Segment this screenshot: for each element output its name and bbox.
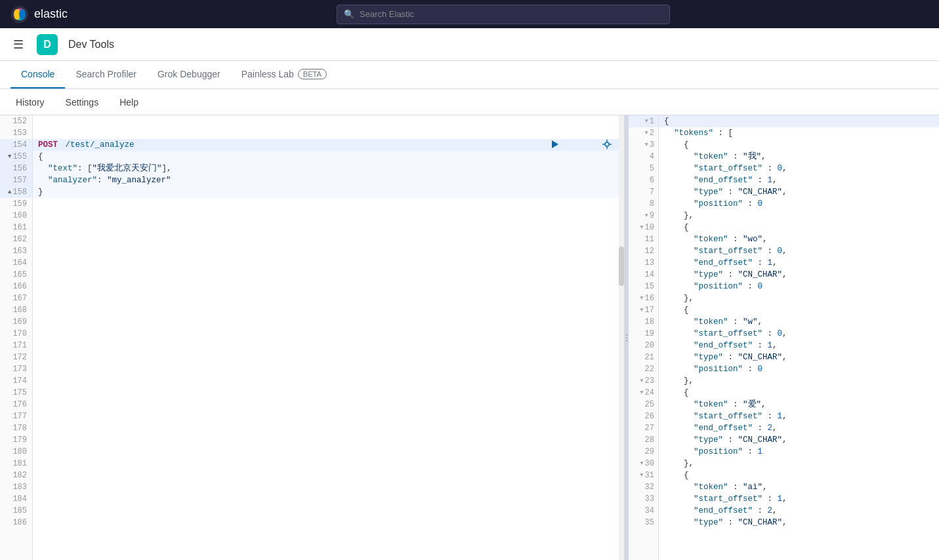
tab-search-profiler[interactable]: Search Profiler: [65, 60, 147, 89]
out-line-3: {: [659, 139, 939, 151]
history-button[interactable]: History: [10, 94, 50, 110]
out-line-5: "start_offset" : 0,: [659, 163, 939, 174]
line-num-176: 176: [0, 399, 32, 410]
code-line-175: [33, 387, 619, 399]
out-line-22: "position" : 0: [659, 363, 939, 375]
out-line-2: "tokens" : [: [659, 127, 939, 139]
out-line-8: "position" : 0: [659, 198, 939, 210]
out-line-12: "start_offset" : 0,: [659, 245, 939, 257]
out-line-num-10: ▼10: [629, 222, 658, 233]
out-line-num-29: 29: [629, 446, 658, 458]
tab-console[interactable]: Console: [10, 60, 65, 89]
out-line-num-24: ▼24: [629, 387, 658, 399]
out-line-num-31: ▼31: [629, 470, 658, 481]
line-num-171: 171: [0, 340, 32, 351]
out-line-28: "type" : "CN_CHAR",: [659, 434, 939, 446]
editor-panel: 152 153 154 ▼155 156 157 ▲158 159 160 16…: [0, 115, 625, 560]
help-button[interactable]: Help: [114, 94, 144, 110]
out-line-26: "start_offset" : 1,: [659, 410, 939, 422]
svg-point-6: [605, 142, 609, 146]
out-line-num-22: 22: [629, 363, 658, 375]
line-num-175: 175: [0, 387, 32, 399]
line-num-179: 179: [0, 434, 32, 446]
out-line-16: },: [659, 292, 939, 304]
code-line-163: [33, 245, 619, 257]
line-num-168: 168: [0, 304, 32, 316]
out-line-15: "position" : 0: [659, 281, 939, 292]
out-line-25: "token" : "爱",: [659, 399, 939, 410]
out-line-30: },: [659, 458, 939, 470]
editor-content[interactable]: POST /test/_analyze {: [33, 115, 619, 560]
out-line-num-5: 5: [629, 163, 658, 174]
code-line-184: [33, 493, 619, 505]
run-button[interactable]: [512, 129, 560, 162]
search-bar-container: 🔍 Search Elastic: [78, 5, 929, 24]
out-line-num-33: 33: [629, 493, 658, 505]
settings-button[interactable]: Settings: [60, 94, 104, 110]
editor-area[interactable]: 152 153 154 ▼155 156 157 ▲158 159 160 16…: [0, 115, 624, 560]
line-num-163: 163: [0, 245, 32, 257]
editor-scrollbar[interactable]: [619, 115, 624, 560]
elastic-logo-text: elastic: [34, 7, 68, 21]
code-line-164: [33, 257, 619, 269]
search-bar[interactable]: 🔍 Search Elastic: [337, 5, 670, 24]
out-line-27: "end_offset" : 2,: [659, 422, 939, 434]
line-num-160: 160: [0, 210, 32, 222]
line-num-182: 182: [0, 470, 32, 481]
out-line-num-14: 14: [629, 269, 658, 281]
out-line-num-17: ▼17: [629, 304, 658, 316]
output-panel: ▼1 ▼2 ▼3 4 5 6 7 8 ▼9 ▼10 11 12 13 14 15…: [629, 115, 939, 560]
code-line-180: [33, 446, 619, 458]
out-line-num-32: 32: [629, 481, 658, 493]
out-line-num-25: 25: [629, 399, 658, 410]
wrench-button[interactable]: [565, 129, 614, 162]
out-line-33: "start_offset" : 1,: [659, 493, 939, 505]
method-post: POST: [38, 139, 58, 151]
code-line-157: "analyzer": "my_analyzer": [33, 174, 619, 186]
line-num-170: 170: [0, 328, 32, 340]
code-line-152: [33, 115, 619, 127]
out-line-num-12: 12: [629, 245, 658, 257]
svg-marker-5: [552, 140, 558, 148]
out-line-num-9: ▼9: [629, 210, 658, 222]
line-num-185: 185: [0, 505, 32, 517]
line-num-167: 167: [0, 292, 32, 304]
output-line-numbers: ▼1 ▼2 ▼3 4 5 6 7 8 ▼9 ▼10 11 12 13 14 15…: [629, 115, 659, 560]
out-line-21: "type" : "CN_CHAR",: [659, 351, 939, 363]
out-line-1: {: [659, 115, 939, 127]
out-line-num-3: ▼3: [629, 139, 658, 151]
line-num-178: 178: [0, 422, 32, 434]
tab-painless-lab[interactable]: Painless Lab BETA: [231, 60, 337, 89]
out-line-num-15: 15: [629, 281, 658, 292]
hamburger-button[interactable]: ☰: [10, 35, 26, 54]
editor-scrollbar-thumb[interactable]: [619, 247, 624, 286]
line-num-173: 173: [0, 363, 32, 375]
beta-badge: BETA: [298, 69, 327, 79]
line-num-184: 184: [0, 493, 32, 505]
out-line-num-23: ▼23: [629, 375, 658, 387]
url-path: /test/_analyze: [60, 139, 135, 151]
code-line-156: "text": ["我爱北京天安门"],: [33, 163, 619, 174]
out-line-11: "token" : "wo",: [659, 233, 939, 245]
line-num-162: 162: [0, 233, 32, 245]
action-bar: History Settings Help: [0, 89, 939, 115]
code-line-154: POST /test/_analyze: [33, 139, 619, 151]
code-line-182: [33, 470, 619, 481]
out-line-18: "token" : "w",: [659, 316, 939, 328]
line-num-159: 159: [0, 198, 32, 210]
out-line-17: {: [659, 304, 939, 316]
code-line-181: [33, 458, 619, 470]
out-line-6: "end_offset" : 1,: [659, 174, 939, 186]
out-line-num-19: 19: [629, 328, 658, 340]
code-line-158: }: [33, 186, 619, 198]
out-line-num-27: 27: [629, 422, 658, 434]
out-line-10: {: [659, 222, 939, 233]
out-line-4: "token" : "我",: [659, 151, 939, 163]
code-line-176: [33, 399, 619, 410]
out-line-14: "type" : "CN_CHAR",: [659, 269, 939, 281]
out-line-num-30: ▼30: [629, 458, 658, 470]
code-line-165: [33, 269, 619, 281]
out-line-20: "end_offset" : 1,: [659, 340, 939, 351]
out-line-num-35: 35: [629, 517, 658, 529]
tab-grok-debugger[interactable]: Grok Debugger: [147, 60, 231, 89]
